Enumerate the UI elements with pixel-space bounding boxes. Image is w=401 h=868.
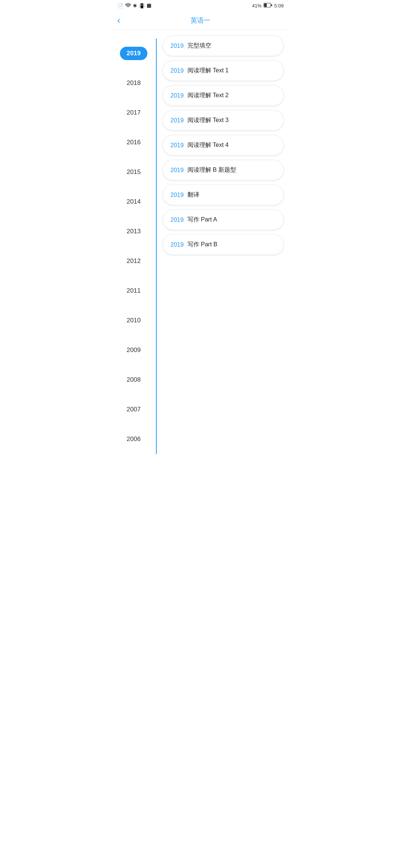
page-title: 英语一 (190, 16, 211, 25)
main-content: 2019201820172016201520142013201220112010… (111, 30, 290, 460)
year-item-2014[interactable]: 2014 (111, 187, 156, 217)
year-label-2011: 2011 (127, 287, 141, 295)
year-item-2018[interactable]: 2018 (111, 68, 156, 98)
svg-rect-2 (271, 4, 272, 6)
year-item-2007[interactable]: 2007 (111, 395, 156, 424)
year-label-2014: 2014 (127, 198, 141, 206)
year-item-2006[interactable]: 2006 (111, 424, 156, 454)
topic-item-7[interactable]: 2019写作 Part A (163, 210, 284, 230)
status-bar: 📄 ✱ 📳 ⬛ 41% 5:09 (111, 0, 290, 11)
year-item-2013[interactable]: 2013 (111, 217, 156, 246)
topic-year-0: 2019 (170, 43, 184, 49)
topic-item-1[interactable]: 2019阅读理解 Text 1 (163, 60, 284, 81)
year-label-2013: 2013 (127, 228, 141, 235)
topic-name-0: 完型填空 (188, 42, 211, 50)
year-item-2012[interactable]: 2012 (111, 246, 156, 276)
file-icon: 📄 (117, 3, 123, 9)
topic-year-5: 2019 (170, 167, 184, 174)
year-label-2012: 2012 (127, 257, 141, 265)
topic-year-1: 2019 (170, 68, 184, 74)
year-item-2015[interactable]: 2015 (111, 157, 156, 187)
year-label-2007: 2007 (127, 406, 141, 413)
year-item-2019[interactable]: 2019 (111, 39, 156, 68)
bluetooth-icon: ✱ (133, 3, 137, 9)
year-item-2016[interactable]: 2016 (111, 128, 156, 157)
back-button[interactable]: ‹ (117, 15, 120, 26)
year-item-2010[interactable]: 2010 (111, 306, 156, 335)
status-left: 📄 ✱ 📳 ⬛ (117, 3, 151, 9)
svg-rect-1 (264, 4, 267, 7)
topic-year-8: 2019 (170, 241, 184, 248)
year-label-2009: 2009 (127, 346, 141, 354)
header: ‹ 英语一 (111, 11, 290, 30)
wifi-icon (125, 3, 131, 9)
year-label-2018: 2018 (127, 79, 141, 87)
topic-name-8: 写作 Part B (188, 241, 218, 249)
year-list: 2019201820172016201520142013201220112010… (111, 36, 156, 454)
year-label-2016: 2016 (127, 139, 141, 146)
topic-item-8[interactable]: 2019写作 Part B (163, 234, 284, 255)
topic-name-6: 翻译 (188, 191, 199, 199)
topic-name-2: 阅读理解 Text 2 (188, 92, 229, 99)
year-item-2008[interactable]: 2008 (111, 365, 156, 395)
time: 5:09 (274, 3, 284, 9)
topic-name-4: 阅读理解 Text 4 (188, 141, 229, 149)
topic-item-5[interactable]: 2019阅读理解 B 新题型 (163, 160, 284, 180)
vibrate-icon: 📳 (139, 3, 145, 9)
topic-name-7: 写作 Part A (188, 216, 217, 224)
topic-year-6: 2019 (170, 192, 184, 198)
year-label-2019: 2019 (120, 47, 147, 60)
year-label-2017: 2017 (127, 109, 141, 116)
year-item-2009[interactable]: 2009 (111, 335, 156, 365)
year-label-2006: 2006 (127, 435, 141, 443)
topic-year-3: 2019 (170, 117, 184, 124)
battery-icon (264, 3, 273, 9)
year-label-2010: 2010 (127, 317, 141, 324)
topic-item-6[interactable]: 2019翻译 (163, 185, 284, 205)
topic-year-4: 2019 (170, 142, 184, 149)
status-right: 41% 5:09 (252, 3, 284, 9)
year-label-2015: 2015 (127, 168, 141, 176)
record-icon: ⬛ (147, 4, 151, 8)
topic-item-0[interactable]: 2019完型填空 (163, 36, 284, 56)
topic-item-2[interactable]: 2019阅读理解 Text 2 (163, 85, 284, 106)
battery-percent: 41% (252, 3, 262, 9)
topic-item-3[interactable]: 2019阅读理解 Text 3 (163, 110, 284, 131)
year-item-2011[interactable]: 2011 (111, 276, 156, 306)
topic-name-3: 阅读理解 Text 3 (188, 116, 229, 124)
topic-item-4[interactable]: 2019阅读理解 Text 4 (163, 135, 284, 155)
topic-name-5: 阅读理解 B 新题型 (188, 166, 237, 174)
topic-year-7: 2019 (170, 217, 184, 223)
year-label-2008: 2008 (127, 376, 141, 384)
topic-list: 2019完型填空2019阅读理解 Text 12019阅读理解 Text 220… (157, 36, 290, 454)
topic-name-1: 阅读理解 Text 1 (188, 67, 229, 75)
topic-year-2: 2019 (170, 92, 184, 99)
year-item-2017[interactable]: 2017 (111, 98, 156, 128)
